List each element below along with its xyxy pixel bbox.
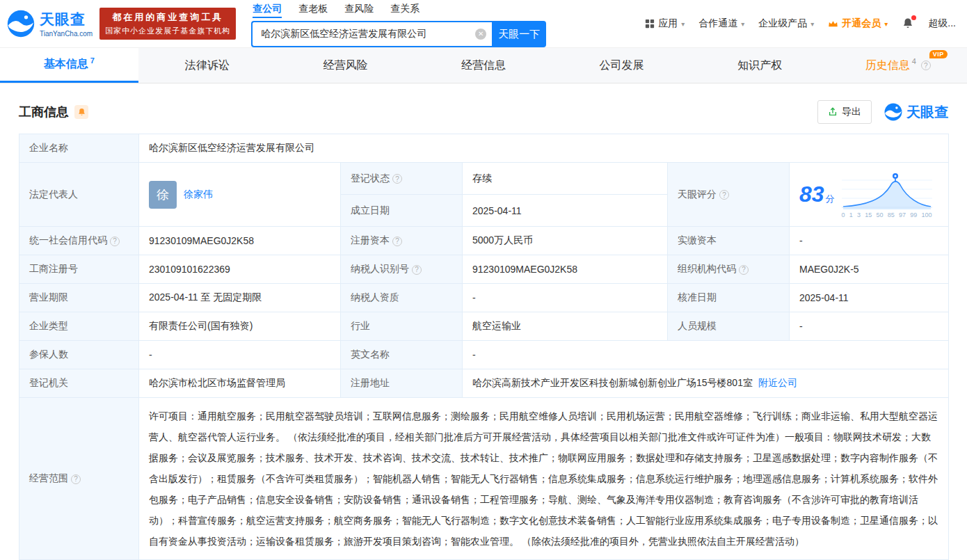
export-button[interactable]: 导出 bbox=[817, 100, 872, 124]
nav-apps-label: 应用 bbox=[658, 17, 678, 30]
nearby-companies-link[interactable]: 附近公司 bbox=[758, 377, 797, 388]
tick: 97 bbox=[899, 211, 906, 218]
field-org-code-value: MAEG0J2K-5 bbox=[790, 255, 949, 284]
search-input[interactable] bbox=[253, 29, 492, 40]
main-content: 工商信息 导出 天眼查 bbox=[0, 100, 967, 560]
help-icon[interactable]: ? bbox=[739, 265, 749, 275]
field-approval-date-value: 2025-04-11 bbox=[790, 284, 949, 312]
field-reg-capital-label: 注册资本? bbox=[341, 227, 463, 255]
search-type-tabs: 查公司 查老板 查风险 查关系 bbox=[251, 1, 546, 21]
score-label-text: 天眼评分 bbox=[678, 189, 717, 200]
tab-history-label: 历史信息 bbox=[865, 58, 910, 73]
score-unit: 分 bbox=[826, 193, 835, 204]
help-icon[interactable]: ? bbox=[412, 265, 422, 275]
nav-account[interactable]: 超级... bbox=[928, 17, 956, 30]
tab-lawsuits[interactable]: 法律诉讼 bbox=[138, 48, 277, 83]
field-insured-count-label: 参保人数 bbox=[19, 341, 139, 369]
field-taxpayer-qualification-label: 纳税人资质 bbox=[341, 284, 463, 312]
field-business-term-label: 营业期限 bbox=[19, 284, 139, 312]
chevron-down-icon: ▾ bbox=[741, 20, 744, 28]
search-row: ✕ 天眼一下 bbox=[251, 21, 546, 47]
table-row: 法定代表人 徐 徐家伟 登记状态? 存续 天眼评分? bbox=[19, 163, 949, 195]
help-icon[interactable]: ? bbox=[71, 474, 81, 484]
tab-operating-info[interactable]: 经营信息 bbox=[415, 48, 553, 83]
top-nav: 应用 ▾ 合作通道 ▾ 企业级产品 ▾ 开通会员 ▾ 超级... bbox=[645, 17, 956, 30]
tab-basic-info[interactable]: 基本信息 7 bbox=[0, 48, 138, 83]
tick: 99 bbox=[910, 211, 917, 218]
nav-vip-label: 开通会员 bbox=[842, 17, 881, 30]
search-tab-relation[interactable]: 查关系 bbox=[390, 3, 419, 18]
help-icon[interactable]: ? bbox=[719, 190, 729, 200]
nav-open-vip[interactable]: 开通会员 ▾ bbox=[828, 17, 888, 30]
search-tab-risk[interactable]: 查风险 bbox=[344, 3, 374, 18]
apps-grid-icon bbox=[645, 19, 655, 29]
export-icon bbox=[828, 107, 838, 117]
nav-account-label: 超级... bbox=[928, 17, 956, 30]
tab-risk-label: 经营风险 bbox=[323, 58, 367, 73]
watermark-brand-text: 天眼查 bbox=[906, 103, 948, 122]
tianyancha-logo[interactable]: 天眼查 TianYanCha.com bbox=[7, 10, 93, 38]
field-insured-count-value: - bbox=[139, 341, 341, 369]
tianyancha-watermark: 天眼查 bbox=[884, 103, 948, 122]
help-icon[interactable]: ? bbox=[110, 237, 120, 246]
nav-enterprise-label: 企业级产品 bbox=[758, 17, 807, 30]
tick: 0 bbox=[842, 211, 845, 218]
reg-address-text: 哈尔滨高新技术产业开发区科技创新城创新创业广场15号楼801室 bbox=[472, 377, 753, 388]
search-tab-company[interactable]: 查公司 bbox=[253, 3, 282, 18]
tick: 3 bbox=[857, 211, 861, 218]
tab-operating-risk[interactable]: 经营风险 bbox=[276, 48, 415, 83]
nav-notifications[interactable] bbox=[902, 17, 914, 30]
tab-ip-label: 知识产权 bbox=[737, 58, 782, 73]
field-reg-address-label: 注册地址 bbox=[341, 369, 463, 398]
field-reg-number-label: 工商注册号 bbox=[19, 255, 139, 284]
tick: 1 bbox=[849, 211, 853, 218]
tick: 85 bbox=[888, 211, 895, 218]
help-icon[interactable]: ? bbox=[392, 174, 402, 184]
logo-text: 天眼查 TianYanCha.com bbox=[40, 10, 93, 38]
tab-history-info[interactable]: VIP 历史信息 4 ? bbox=[829, 48, 967, 83]
search-tab-boss[interactable]: 查老板 bbox=[298, 3, 328, 18]
field-paid-capital-label: 实缴资本 bbox=[668, 227, 790, 255]
score-number-block: 83分 bbox=[799, 182, 835, 207]
score-number: 83 bbox=[799, 182, 824, 207]
bell-icon bbox=[77, 108, 86, 117]
watermark-logo-icon bbox=[884, 103, 902, 121]
field-company-type-label: 企业类型 bbox=[19, 312, 139, 341]
field-score-label: 天眼评分? bbox=[668, 163, 790, 227]
help-icon[interactable]: ? bbox=[392, 237, 402, 246]
top-header: 天眼查 TianYanCha.com 都在用的商业查询工具 国家中小企业发展子基… bbox=[0, 0, 967, 47]
monitor-bell-icon[interactable] bbox=[74, 105, 88, 119]
table-row: 工商注册号 230109101622369 纳税人识别号? 91230109MA… bbox=[19, 255, 949, 284]
nav-apps[interactable]: 应用 ▾ bbox=[645, 17, 685, 30]
nav-cooperation-label: 合作通道 bbox=[698, 17, 737, 30]
vip-badge: VIP bbox=[929, 50, 948, 58]
nav-cooperation[interactable]: 合作通道 ▾ bbox=[698, 17, 744, 30]
field-legal-rep-label: 法定代表人 bbox=[19, 163, 139, 227]
nav-enterprise-products[interactable]: 企业级产品 ▾ bbox=[758, 17, 814, 30]
table-row: 营业期限 2025-04-11 至 无固定期限 纳税人资质 - 核准日期 202… bbox=[19, 284, 949, 312]
notification-red-dot bbox=[911, 15, 916, 20]
tab-lawsuits-label: 法律诉讼 bbox=[185, 58, 230, 73]
tick: 15 bbox=[865, 211, 872, 218]
legal-rep-link[interactable]: 徐家伟 bbox=[184, 189, 213, 201]
tianyancha-logo-icon bbox=[7, 10, 35, 38]
help-icon[interactable]: ? bbox=[921, 61, 931, 70]
search-button[interactable]: 天眼一下 bbox=[492, 21, 546, 47]
field-industry-label: 行业 bbox=[341, 312, 463, 341]
brand-name: 天眼查 bbox=[40, 10, 93, 29]
score-distribution-chart: 0 1 3 15 50 85 97 99 100 bbox=[842, 170, 932, 218]
org-code-label-text: 组织机构代码 bbox=[678, 263, 736, 274]
section-tabbar: 基本信息 7 法律诉讼 经营风险 经营信息 公司发展 知识产权 VIP 历史信息… bbox=[0, 47, 967, 83]
slogan-line-2: 国家中小企业发展子基金旗下机构 bbox=[105, 26, 230, 36]
tick: 50 bbox=[877, 211, 884, 218]
field-business-scope-value: 许可项目：通用航空服务；民用航空器驾驶员培训；互联网信息服务；测绘服务；民用航空… bbox=[139, 398, 949, 560]
field-industry-value: 航空运输业 bbox=[463, 312, 668, 341]
field-paid-capital-value: - bbox=[790, 227, 949, 255]
score-curve-svg bbox=[842, 170, 932, 211]
field-registry-authority-value: 哈尔滨市松北区市场监督管理局 bbox=[139, 369, 341, 398]
tab-company-development[interactable]: 公司发展 bbox=[552, 48, 691, 83]
reg-status-label-text: 登记状态 bbox=[351, 173, 390, 184]
tab-development-label: 公司发展 bbox=[600, 58, 644, 73]
tab-intellectual-property[interactable]: 知识产权 bbox=[691, 48, 829, 83]
legal-rep-avatar[interactable]: 徐 bbox=[149, 181, 177, 209]
